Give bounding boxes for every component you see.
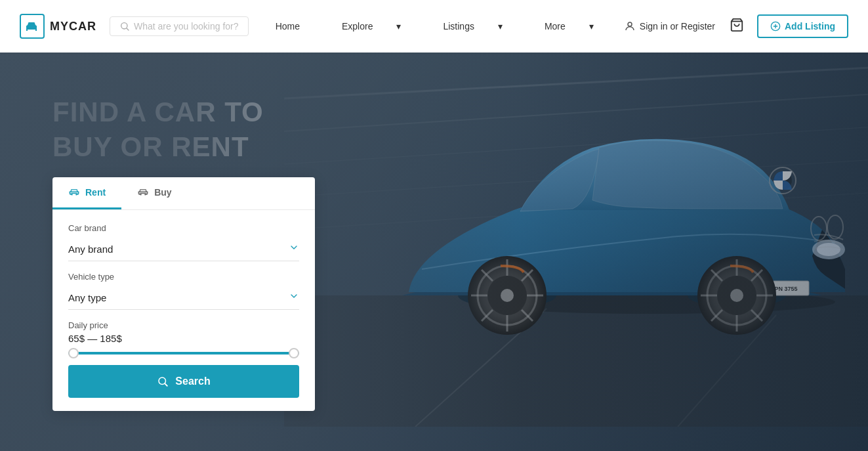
more-chevron: ▾ <box>579 14 604 38</box>
search-button[interactable]: Search <box>68 365 299 398</box>
nav-home[interactable]: Home <box>255 8 321 45</box>
nav-more[interactable]: More ▾ <box>524 8 615 45</box>
vehicle-type-value: Any type <box>68 292 106 303</box>
car-brand-group: Car brand Any brand <box>68 223 299 261</box>
user-icon <box>624 20 636 32</box>
svg-point-54 <box>140 194 142 195</box>
cart-icon[interactable] <box>724 11 749 42</box>
logo-link[interactable]: MYCAR <box>20 14 96 39</box>
svg-point-52 <box>72 194 73 195</box>
search-button-icon <box>157 376 169 387</box>
signin-label: Sign in or Register <box>640 21 715 32</box>
navbar: MYCAR What are you looking for? Home Exp… <box>0 0 868 53</box>
nav-menu: Home Explore ▾ Listings ▾ More ▾ <box>255 8 615 45</box>
add-listing-label: Add Listing <box>785 21 835 32</box>
add-listing-icon <box>770 21 781 32</box>
tab-buy[interactable]: Buy <box>121 177 187 209</box>
tab-rent-label: Rent <box>85 187 106 198</box>
svg-line-57 <box>165 383 167 385</box>
car-icon-rent <box>68 186 80 198</box>
brand-name: MYCAR <box>50 20 96 33</box>
search-panel: Rent Buy Car brand Any brand <box>52 177 315 411</box>
svg-point-53 <box>75 194 77 195</box>
nav-listings[interactable]: Listings ▾ <box>422 8 523 45</box>
slider-thumb-right[interactable] <box>289 348 299 358</box>
signin-button[interactable]: Sign in or Register <box>615 14 724 39</box>
car-brand-chevron <box>289 242 299 255</box>
navbar-search-placeholder: What are you looking for? <box>134 21 239 32</box>
vehicle-type-group: Vehicle type Any type <box>68 272 299 310</box>
svg-point-47 <box>628 22 632 26</box>
price-slider-track[interactable] <box>68 352 299 354</box>
car-brand-label: Car brand <box>68 223 299 233</box>
add-listing-button[interactable]: Add Listing <box>757 14 848 38</box>
daily-price-label: Daily price <box>68 320 299 330</box>
vehicle-type-select[interactable]: Any type <box>68 286 299 310</box>
listings-chevron: ▾ <box>487 14 513 38</box>
car-brand-value: Any brand <box>68 244 113 255</box>
tab-rent[interactable]: Rent <box>52 177 121 209</box>
explore-chevron: ▾ <box>386 14 411 38</box>
car-icon-buy <box>137 186 149 198</box>
vehicle-type-label: Vehicle type <box>68 272 299 282</box>
slider-fill <box>68 352 299 354</box>
slider-thumb-left[interactable] <box>68 348 79 358</box>
tab-buy-label: Buy <box>154 187 171 198</box>
price-range-values: 65$ — 185$ <box>68 333 299 344</box>
vehicle-type-chevron <box>289 291 299 304</box>
navbar-search-bar[interactable]: What are you looking for? <box>110 16 249 36</box>
panel-body: Car brand Any brand Vehicle type Any typ… <box>52 210 315 411</box>
search-button-label: Search <box>175 376 210 387</box>
svg-line-46 <box>127 28 129 30</box>
search-icon <box>119 21 130 32</box>
nav-explore[interactable]: Explore ▾ <box>321 8 422 45</box>
logo-icon <box>20 14 45 39</box>
car-brand-select[interactable]: Any brand <box>68 237 299 261</box>
svg-point-55 <box>144 194 146 195</box>
search-tabs: Rent Buy <box>52 177 315 210</box>
daily-price-group: Daily price 65$ — 185$ <box>68 320 299 354</box>
